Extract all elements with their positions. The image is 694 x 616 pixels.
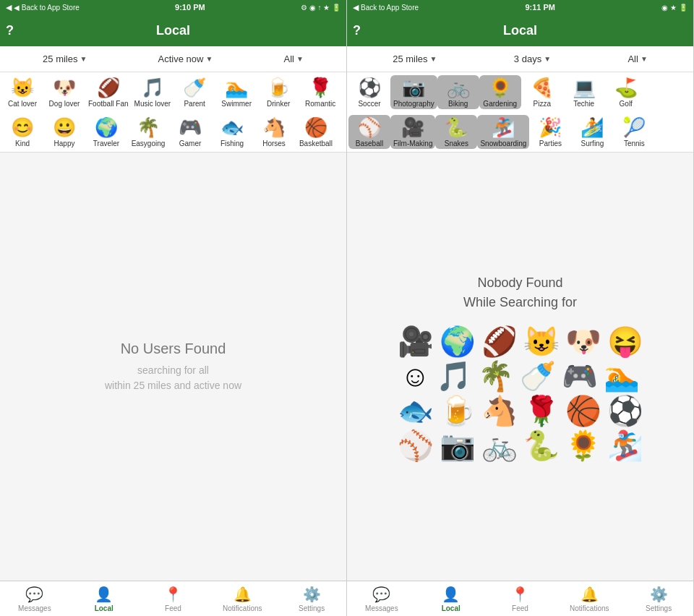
- biking-icon: 🚲: [447, 77, 470, 99]
- result-emoji-football: 🏈: [481, 327, 518, 356]
- cat-music[interactable]: 🎵Music lover: [132, 75, 174, 109]
- result-emoji-camera: 🎥: [398, 327, 434, 356]
- status-icons-left: ⚙ ◉ ↑ ★ 🔋: [301, 4, 340, 12]
- cat-soccer[interactable]: ⚽Soccer: [348, 75, 390, 109]
- cat-kind[interactable]: 😊Kind: [1, 115, 43, 149]
- filter-distance-left[interactable]: 25 miles ▼: [43, 54, 87, 64]
- cat-gamer[interactable]: 🎮Gamer: [169, 115, 211, 149]
- filter-all-left[interactable]: All ▼: [284, 54, 304, 64]
- filter-all-label-right: All: [627, 54, 638, 64]
- biking-label: Biking: [448, 100, 468, 108]
- result-emoji-soccer: ⚽: [607, 396, 643, 425]
- filter-active-left[interactable]: Active now ▼: [158, 54, 213, 64]
- cat-snowboarding[interactable]: 🏂Snowboarding: [477, 115, 529, 149]
- surfing-icon: 🏄: [581, 116, 604, 139]
- local-icon-right: 👤: [442, 586, 460, 603]
- cat-snakes[interactable]: 🐍Snakes: [435, 115, 477, 149]
- tab-notifications-right[interactable]: 🔔 Notifications: [567, 586, 611, 612]
- emoji-row-4: ⚾ 📷 🚲 🐍 🌻 🏂: [398, 431, 643, 460]
- filter-days-right[interactable]: 3 days ▼: [514, 54, 551, 64]
- filter-all-right[interactable]: All ▼: [627, 54, 647, 64]
- cat-golf[interactable]: ⛳Golf: [605, 75, 647, 109]
- cat-cat-lover[interactable]: 😺Cat lover: [1, 75, 43, 109]
- cat-surfing[interactable]: 🏄Surfing: [571, 115, 613, 149]
- tab-messages-right[interactable]: 💬 Messages: [360, 586, 403, 612]
- result-emojis: 🎥 🌍 🏈 😺 🐶 😝 ☺️ 🎵 🌴 🍼 🎮 🏊 🐟: [398, 327, 643, 460]
- cat-parent[interactable]: 🍼Parent: [174, 75, 215, 109]
- help-button-right[interactable]: ?: [353, 23, 361, 38]
- result-emoji-palm: 🌴: [478, 362, 514, 390]
- cat-parties[interactable]: 🎉Parties: [529, 115, 571, 149]
- cat-dog-lover[interactable]: 🐶Dog lover: [43, 75, 85, 109]
- filter-active-arrow: ▼: [205, 55, 213, 63]
- cat-horses[interactable]: 🐴Horses: [253, 115, 295, 149]
- result-emoji-horse: 🐴: [481, 396, 518, 425]
- tab-bar-right: 💬 Messages 👤 Local 📍 Feed 🔔 Notification…: [347, 581, 693, 616]
- tab-local-right[interactable]: 👤 Local: [429, 586, 473, 612]
- cat-gardening[interactable]: 🌻Gardening: [479, 75, 521, 109]
- drinker-label: Drinker: [267, 100, 290, 108]
- cat-football[interactable]: 🏈Football Fan: [85, 75, 132, 109]
- time-right: 9:11 PM: [525, 3, 555, 12]
- status-bar-right: ◀ Back to App Store 9:11 PM ◉ ★ 🔋: [347, 0, 693, 14]
- surfing-label: Surfing: [581, 140, 604, 147]
- gamer-icon: 🎮: [179, 116, 202, 139]
- cat-romantic[interactable]: 🌹Romantic: [299, 75, 341, 109]
- result-emoji-basketball: 🏀: [565, 396, 601, 425]
- cat-techie[interactable]: 💻Techie: [563, 75, 605, 109]
- cat-filmmaking[interactable]: 🎥Film-Making: [390, 115, 435, 149]
- status-back-left[interactable]: ◀ ◀ Back to App Store: [6, 3, 80, 12]
- tab-local-left[interactable]: 👤 Local: [82, 586, 126, 612]
- tab-feed-right[interactable]: 📍 Feed: [498, 586, 541, 612]
- help-button-left[interactable]: ?: [6, 23, 14, 38]
- local-label-right: Local: [442, 604, 460, 612]
- tab-feed-left[interactable]: 📍 Feed: [151, 586, 194, 612]
- tab-settings-right[interactable]: ⚙️ Settings: [637, 586, 680, 612]
- result-emoji-beer: 🍺: [440, 396, 476, 425]
- cat-swimmer[interactable]: 🏊Swimmer: [215, 75, 257, 109]
- cat-tennis[interactable]: 🎾Tennis: [613, 115, 655, 149]
- cat-traveler[interactable]: 🌍Traveler: [85, 115, 127, 149]
- status-back-right[interactable]: ◀ Back to App Store: [353, 3, 419, 12]
- cat-easygoing[interactable]: 🌴Easygoing: [127, 115, 169, 149]
- panel-right: ◀ Back to App Store 9:11 PM ◉ ★ 🔋 ? Loca…: [347, 0, 694, 616]
- cat-drinker[interactable]: 🍺Drinker: [257, 75, 299, 109]
- easygoing-icon: 🌴: [137, 116, 160, 139]
- cat-baseball[interactable]: ⚾Baseball: [348, 115, 390, 149]
- gamer-label: Gamer: [179, 140, 202, 147]
- baseball-label: Baseball: [356, 140, 383, 147]
- parties-icon: 🎉: [539, 116, 562, 139]
- tab-messages-left[interactable]: 💬 Messages: [13, 586, 56, 612]
- filter-days-arrow-right: ▼: [544, 55, 551, 63]
- result-emoji-happy: 😝: [607, 327, 643, 356]
- app-title-left: Local: [156, 23, 190, 38]
- cat-fishing[interactable]: 🐟Fishing: [211, 115, 253, 149]
- nobody-found-message: Nobody Found While Searching for 🎥 🌍 🏈 😺…: [383, 259, 658, 474]
- traveler-icon: 🌍: [95, 116, 118, 139]
- cat-biking[interactable]: 🚲Biking: [437, 75, 479, 109]
- result-emoji-dog: 🐶: [565, 327, 601, 356]
- nobody-found-heading: Nobody Found While Searching for: [398, 273, 643, 312]
- pizza-icon: 🍕: [531, 77, 554, 99]
- back-label-right[interactable]: Back to App Store: [361, 4, 419, 12]
- cat-photography[interactable]: 📷Photography: [390, 75, 437, 109]
- tab-settings-left[interactable]: ⚙️ Settings: [290, 586, 333, 612]
- back-label[interactable]: ◀ Back to App Store: [14, 4, 80, 12]
- cat-pizza[interactable]: 🍕Pizza: [521, 75, 563, 109]
- gardening-label: Gardening: [483, 100, 517, 108]
- cat-basketball[interactable]: 🏀Basketball: [295, 115, 337, 149]
- result-emoji-music: 🎵: [436, 362, 472, 390]
- filter-distance-label: 25 miles: [43, 54, 77, 64]
- tab-notifications-left[interactable]: 🔔 Notifications: [220, 586, 264, 612]
- filter-distance-right[interactable]: 25 miles ▼: [393, 54, 437, 64]
- football-label: Football Fan: [88, 100, 129, 108]
- tennis-icon: 🎾: [622, 116, 646, 139]
- easygoing-label: Easygoing: [132, 140, 166, 147]
- filter-bar-left: 25 miles ▼ Active now ▼ All ▼: [0, 46, 346, 72]
- cat-happy[interactable]: 😀Happy: [43, 115, 85, 149]
- nobody-found-line1: Nobody Found: [477, 275, 562, 290]
- result-emoji-cat: 😺: [523, 327, 560, 356]
- local-icon: 👤: [95, 586, 113, 603]
- feed-icon: 📍: [164, 586, 182, 603]
- emoji-row-1: 🎥 🌍 🏈 😺 🐶 😝: [398, 327, 643, 356]
